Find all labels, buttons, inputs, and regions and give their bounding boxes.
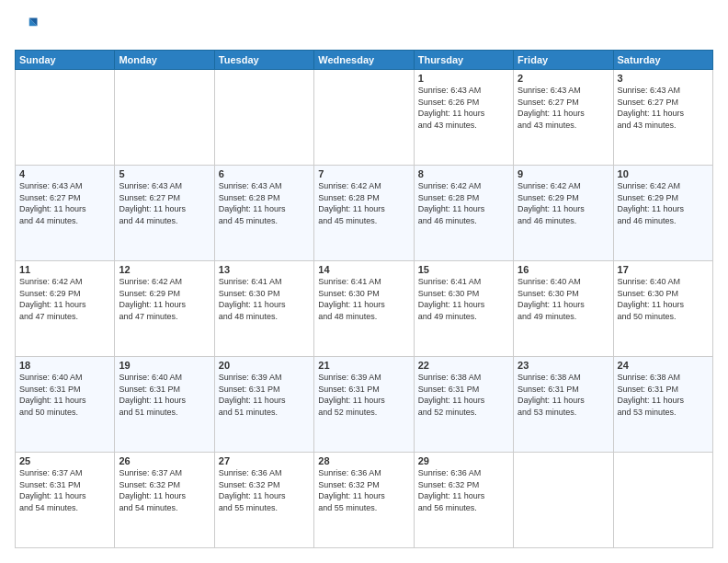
- day-number: 12: [119, 264, 210, 275]
- calendar-cell: 9Sunrise: 6:42 AM Sunset: 6:29 PM Daylig…: [514, 166, 613, 261]
- day-number: 18: [19, 360, 110, 371]
- day-number: 26: [119, 455, 210, 466]
- calendar-cell: 19Sunrise: 6:40 AM Sunset: 6:31 PM Dayli…: [115, 357, 214, 453]
- day-info: Sunrise: 6:43 AM Sunset: 6:27 PM Dayligh…: [618, 85, 709, 131]
- calendar-cell: 15Sunrise: 6:41 AM Sunset: 6:30 PM Dayli…: [414, 261, 513, 357]
- logo: [15, 15, 44, 40]
- calendar-cell: 25Sunrise: 6:37 AM Sunset: 6:31 PM Dayli…: [16, 453, 115, 548]
- day-info: Sunrise: 6:41 AM Sunset: 6:30 PM Dayligh…: [418, 276, 509, 322]
- calendar-cell: 16Sunrise: 6:40 AM Sunset: 6:30 PM Dayli…: [514, 261, 613, 357]
- day-info: Sunrise: 6:40 AM Sunset: 6:30 PM Dayligh…: [518, 276, 609, 322]
- day-info: Sunrise: 6:41 AM Sunset: 6:30 PM Dayligh…: [318, 276, 409, 322]
- calendar-cell: 6Sunrise: 6:43 AM Sunset: 6:28 PM Daylig…: [214, 166, 313, 261]
- day-info: Sunrise: 6:38 AM Sunset: 6:31 PM Dayligh…: [418, 372, 509, 418]
- calendar-cell: [613, 453, 712, 548]
- day-number: 6: [219, 168, 310, 179]
- calendar-cell: [16, 70, 115, 166]
- day-number: 8: [418, 168, 509, 179]
- day-number: 28: [318, 455, 409, 466]
- day-info: Sunrise: 6:36 AM Sunset: 6:32 PM Dayligh…: [418, 467, 509, 513]
- day-number: 11: [19, 264, 110, 275]
- calendar-cell: 11Sunrise: 6:42 AM Sunset: 6:29 PM Dayli…: [16, 261, 115, 357]
- day-info: Sunrise: 6:40 AM Sunset: 6:31 PM Dayligh…: [19, 372, 110, 418]
- calendar-cell: 21Sunrise: 6:39 AM Sunset: 6:31 PM Dayli…: [314, 357, 414, 453]
- day-info: Sunrise: 6:43 AM Sunset: 6:27 PM Dayligh…: [119, 180, 210, 226]
- calendar-cell: 18Sunrise: 6:40 AM Sunset: 6:31 PM Dayli…: [16, 357, 115, 453]
- calendar-cell: 10Sunrise: 6:42 AM Sunset: 6:29 PM Dayli…: [613, 166, 712, 261]
- day-number: 3: [618, 73, 709, 84]
- calendar-cell: [115, 70, 214, 166]
- day-number: 1: [418, 73, 509, 84]
- calendar-week-row: 1Sunrise: 6:43 AM Sunset: 6:26 PM Daylig…: [16, 70, 713, 166]
- day-number: 16: [518, 264, 609, 275]
- calendar-week-row: 25Sunrise: 6:37 AM Sunset: 6:31 PM Dayli…: [16, 453, 713, 548]
- day-info: Sunrise: 6:43 AM Sunset: 6:27 PM Dayligh…: [518, 85, 609, 131]
- day-info: Sunrise: 6:42 AM Sunset: 6:29 PM Dayligh…: [119, 276, 210, 322]
- calendar-header-wednesday: Wednesday: [314, 51, 414, 70]
- day-number: 17: [618, 264, 709, 275]
- calendar-cell: 5Sunrise: 6:43 AM Sunset: 6:27 PM Daylig…: [115, 166, 214, 261]
- day-number: 24: [618, 360, 709, 371]
- day-info: Sunrise: 6:42 AM Sunset: 6:29 PM Dayligh…: [518, 180, 609, 226]
- day-info: Sunrise: 6:40 AM Sunset: 6:30 PM Dayligh…: [618, 276, 709, 322]
- calendar-header-row: SundayMondayTuesdayWednesdayThursdayFrid…: [16, 51, 713, 70]
- day-number: 2: [518, 73, 609, 84]
- calendar-cell: 13Sunrise: 6:41 AM Sunset: 6:30 PM Dayli…: [214, 261, 313, 357]
- calendar-cell: 20Sunrise: 6:39 AM Sunset: 6:31 PM Dayli…: [214, 357, 313, 453]
- day-number: 19: [119, 360, 210, 371]
- day-info: Sunrise: 6:37 AM Sunset: 6:31 PM Dayligh…: [19, 467, 110, 513]
- day-info: Sunrise: 6:39 AM Sunset: 6:31 PM Dayligh…: [318, 372, 409, 418]
- calendar-cell: 8Sunrise: 6:42 AM Sunset: 6:28 PM Daylig…: [414, 166, 513, 261]
- day-number: 20: [219, 360, 310, 371]
- calendar-cell: 28Sunrise: 6:36 AM Sunset: 6:32 PM Dayli…: [314, 453, 414, 548]
- calendar-cell: 29Sunrise: 6:36 AM Sunset: 6:32 PM Dayli…: [414, 453, 513, 548]
- day-info: Sunrise: 6:42 AM Sunset: 6:28 PM Dayligh…: [418, 180, 509, 226]
- day-number: 29: [418, 455, 509, 466]
- calendar-cell: [514, 453, 613, 548]
- day-number: 14: [318, 264, 409, 275]
- day-info: Sunrise: 6:40 AM Sunset: 6:31 PM Dayligh…: [119, 372, 210, 418]
- calendar-cell: 22Sunrise: 6:38 AM Sunset: 6:31 PM Dayli…: [414, 357, 513, 453]
- day-number: 23: [518, 360, 609, 371]
- calendar-header-thursday: Thursday: [414, 51, 513, 70]
- calendar-cell: [314, 70, 414, 166]
- day-number: 5: [119, 168, 210, 179]
- calendar-header-saturday: Saturday: [613, 51, 712, 70]
- day-info: Sunrise: 6:39 AM Sunset: 6:31 PM Dayligh…: [219, 372, 310, 418]
- calendar-cell: 4Sunrise: 6:43 AM Sunset: 6:27 PM Daylig…: [16, 166, 115, 261]
- calendar-cell: 17Sunrise: 6:40 AM Sunset: 6:30 PM Dayli…: [613, 261, 712, 357]
- day-info: Sunrise: 6:37 AM Sunset: 6:32 PM Dayligh…: [119, 467, 210, 513]
- calendar-cell: [214, 70, 313, 166]
- calendar-cell: 24Sunrise: 6:38 AM Sunset: 6:31 PM Dayli…: [613, 357, 712, 453]
- day-number: 27: [219, 455, 310, 466]
- day-info: Sunrise: 6:43 AM Sunset: 6:27 PM Dayligh…: [19, 180, 110, 226]
- day-number: 4: [19, 168, 110, 179]
- day-number: 21: [318, 360, 409, 371]
- day-number: 7: [318, 168, 409, 179]
- calendar-header-sunday: Sunday: [16, 51, 115, 70]
- day-number: 10: [618, 168, 709, 179]
- calendar-cell: 2Sunrise: 6:43 AM Sunset: 6:27 PM Daylig…: [514, 70, 613, 166]
- calendar-week-row: 11Sunrise: 6:42 AM Sunset: 6:29 PM Dayli…: [16, 261, 713, 357]
- day-info: Sunrise: 6:42 AM Sunset: 6:29 PM Dayligh…: [19, 276, 110, 322]
- day-info: Sunrise: 6:43 AM Sunset: 6:28 PM Dayligh…: [219, 180, 310, 226]
- calendar-header-friday: Friday: [514, 51, 613, 70]
- calendar-week-row: 18Sunrise: 6:40 AM Sunset: 6:31 PM Dayli…: [16, 357, 713, 453]
- day-info: Sunrise: 6:42 AM Sunset: 6:28 PM Dayligh…: [318, 180, 409, 226]
- calendar-cell: 26Sunrise: 6:37 AM Sunset: 6:32 PM Dayli…: [115, 453, 214, 548]
- calendar-week-row: 4Sunrise: 6:43 AM Sunset: 6:27 PM Daylig…: [16, 166, 713, 261]
- calendar-cell: 3Sunrise: 6:43 AM Sunset: 6:27 PM Daylig…: [613, 70, 712, 166]
- day-number: 25: [19, 455, 110, 466]
- calendar-cell: 14Sunrise: 6:41 AM Sunset: 6:30 PM Dayli…: [314, 261, 414, 357]
- calendar-cell: 23Sunrise: 6:38 AM Sunset: 6:31 PM Dayli…: [514, 357, 613, 453]
- calendar-cell: 12Sunrise: 6:42 AM Sunset: 6:29 PM Dayli…: [115, 261, 214, 357]
- calendar-cell: 7Sunrise: 6:42 AM Sunset: 6:28 PM Daylig…: [314, 166, 414, 261]
- day-number: 15: [418, 264, 509, 275]
- day-info: Sunrise: 6:41 AM Sunset: 6:30 PM Dayligh…: [219, 276, 310, 322]
- day-info: Sunrise: 6:38 AM Sunset: 6:31 PM Dayligh…: [618, 372, 709, 418]
- day-info: Sunrise: 6:43 AM Sunset: 6:26 PM Dayligh…: [418, 85, 509, 131]
- day-info: Sunrise: 6:36 AM Sunset: 6:32 PM Dayligh…: [318, 467, 409, 513]
- page: SundayMondayTuesdayWednesdayThursdayFrid…: [0, 0, 728, 563]
- calendar-header-tuesday: Tuesday: [214, 51, 313, 70]
- day-info: Sunrise: 6:42 AM Sunset: 6:29 PM Dayligh…: [618, 180, 709, 226]
